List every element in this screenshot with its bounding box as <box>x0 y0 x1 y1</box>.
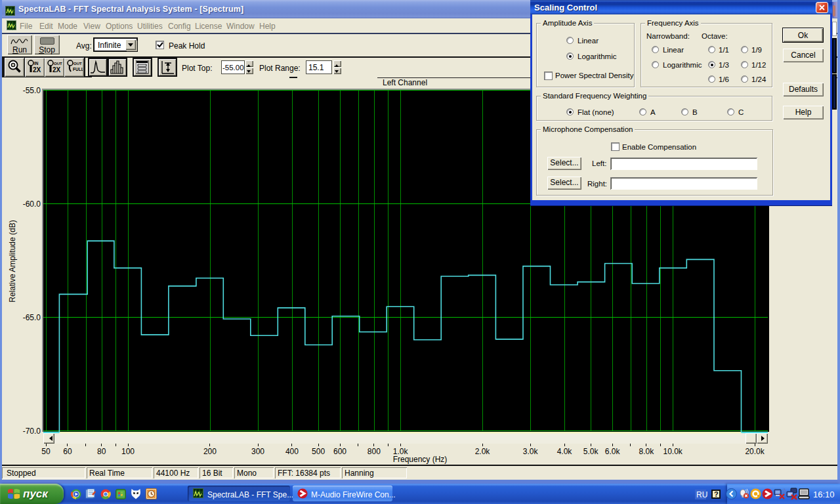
svg-text:4.0k: 4.0k <box>557 447 573 456</box>
svg-text:800: 800 <box>368 447 381 456</box>
svg-text:500: 500 <box>312 447 325 456</box>
svg-text:Frequency (Hz): Frequency (Hz) <box>393 455 448 464</box>
svg-text:400: 400 <box>285 447 299 456</box>
svg-text:2.0k: 2.0k <box>475 447 491 456</box>
svg-text:6.0k: 6.0k <box>605 447 621 456</box>
svg-text:5.0k: 5.0k <box>583 447 599 456</box>
svg-text:50: 50 <box>41 447 51 456</box>
svg-text:300: 300 <box>251 447 264 456</box>
svg-text:20.0k: 20.0k <box>745 447 765 456</box>
svg-text:600: 600 <box>333 447 346 456</box>
svg-text:60: 60 <box>63 447 72 456</box>
svg-text:10.0k: 10.0k <box>663 447 683 456</box>
svg-text:200: 200 <box>203 447 217 456</box>
svg-text:3.0k: 3.0k <box>523 447 539 456</box>
svg-text:80: 80 <box>97 447 106 456</box>
svg-text:8.0k: 8.0k <box>639 447 655 456</box>
svg-text:100: 100 <box>121 447 135 456</box>
